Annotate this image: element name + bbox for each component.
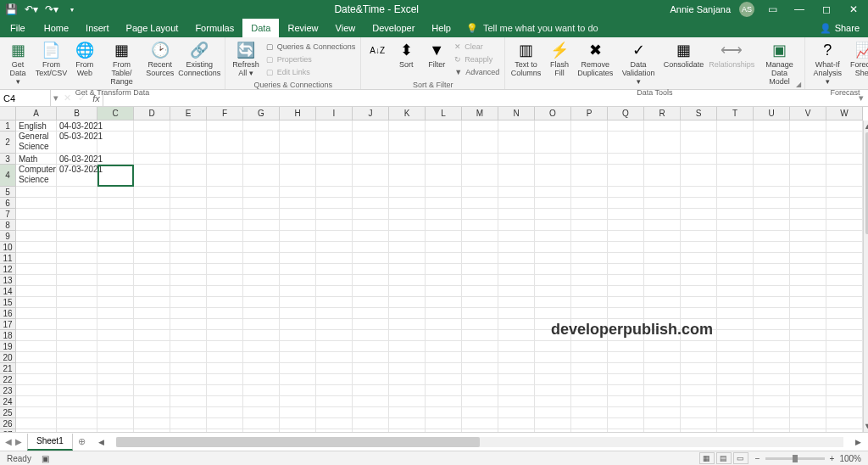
cell-O27[interactable]	[535, 429, 571, 432]
cell-G27[interactable]	[243, 429, 280, 432]
cell-U22[interactable]	[754, 374, 790, 385]
cell-D23[interactable]	[134, 385, 170, 396]
tab-view[interactable]: View	[327, 19, 364, 37]
cell-O13[interactable]	[535, 275, 571, 286]
cell-K16[interactable]	[389, 308, 426, 319]
cell-A13[interactable]	[16, 275, 57, 286]
cell-J1[interactable]	[353, 120, 389, 132]
cell-H19[interactable]	[280, 341, 316, 352]
cell-M20[interactable]	[462, 352, 498, 363]
cell-S16[interactable]	[681, 308, 717, 319]
cell-R23[interactable]	[644, 385, 681, 396]
cell-K10[interactable]	[389, 242, 426, 253]
cell-V12[interactable]	[790, 264, 826, 275]
refresh-all-button[interactable]: 🔄Refresh All ▾	[229, 39, 263, 79]
cell-W5[interactable]	[826, 187, 863, 198]
cell-B14[interactable]	[57, 286, 97, 297]
cell-B8[interactable]	[57, 220, 97, 231]
cell-C6[interactable]	[97, 198, 134, 209]
cell-C20[interactable]	[97, 352, 134, 363]
cell-I14[interactable]	[316, 286, 353, 297]
cell-T2[interactable]	[717, 132, 754, 154]
scroll-up-icon[interactable]: ▲	[864, 120, 868, 132]
cell-N27[interactable]	[498, 429, 535, 432]
cell-I1[interactable]	[316, 120, 353, 132]
cell-N20[interactable]	[498, 352, 535, 363]
row-header[interactable]: 16	[0, 308, 16, 319]
row-header[interactable]: 25	[0, 407, 16, 418]
cell-J5[interactable]	[353, 187, 389, 198]
cell-A1[interactable]: English	[16, 120, 57, 132]
cell-I17[interactable]	[316, 319, 353, 330]
cell-C4[interactable]	[97, 165, 134, 187]
flash-fill-button[interactable]: ⚡Flash Fill	[545, 39, 574, 79]
cell-J7[interactable]	[353, 209, 389, 220]
cell-E10[interactable]	[170, 242, 207, 253]
cell-M11[interactable]	[462, 253, 498, 264]
cell-C16[interactable]	[97, 308, 134, 319]
cell-O1[interactable]	[535, 120, 571, 132]
cell-D11[interactable]	[134, 253, 170, 264]
cell-E13[interactable]	[170, 275, 207, 286]
get-data-button[interactable]: ▦Get Data ▾	[3, 39, 32, 87]
col-header-E[interactable]: E	[170, 107, 207, 120]
row-header[interactable]: 23	[0, 385, 16, 396]
cell-Q4[interactable]	[608, 165, 644, 187]
cell-K11[interactable]	[389, 253, 426, 264]
cell-T12[interactable]	[717, 264, 754, 275]
cell-G6[interactable]	[243, 198, 280, 209]
cell-S22[interactable]	[681, 374, 717, 385]
cell-O23[interactable]	[535, 385, 571, 396]
cell-F15[interactable]	[207, 297, 243, 308]
cell-Q1[interactable]	[608, 120, 644, 132]
row-header[interactable]: 3	[0, 154, 16, 165]
cell-K22[interactable]	[389, 374, 426, 385]
queries-connections-button[interactable]: ▢ Queries & Connections	[266, 41, 356, 53]
cell-H17[interactable]	[280, 319, 316, 330]
cell-J12[interactable]	[353, 264, 389, 275]
cell-R19[interactable]	[644, 341, 681, 352]
row-header[interactable]: 24	[0, 396, 16, 407]
cell-J27[interactable]	[353, 429, 389, 432]
cell-E22[interactable]	[170, 374, 207, 385]
cell-U23[interactable]	[754, 385, 790, 396]
cell-A2[interactable]: General Science	[16, 132, 57, 154]
col-header-N[interactable]: N	[498, 107, 535, 120]
cell-N3[interactable]	[498, 154, 535, 165]
cell-C21[interactable]	[97, 363, 134, 374]
col-header-S[interactable]: S	[681, 107, 717, 120]
cell-U3[interactable]	[754, 154, 790, 165]
cell-M27[interactable]	[462, 429, 498, 432]
cell-A25[interactable]	[16, 407, 57, 418]
cell-B22[interactable]	[57, 374, 97, 385]
cell-U18[interactable]	[754, 330, 790, 341]
cell-I20[interactable]	[316, 352, 353, 363]
cell-T24[interactable]	[717, 396, 754, 407]
cell-C9[interactable]	[97, 231, 134, 242]
cell-R13[interactable]	[644, 275, 681, 286]
cell-L12[interactable]	[426, 264, 462, 275]
cell-G16[interactable]	[243, 308, 280, 319]
remove-duplicates-button[interactable]: ✖Remove Duplicates	[576, 39, 615, 79]
cell-C3[interactable]	[97, 154, 134, 165]
cell-J19[interactable]	[353, 341, 389, 352]
cell-R6[interactable]	[644, 198, 681, 209]
cell-V26[interactable]	[790, 418, 826, 429]
cell-U4[interactable]	[754, 165, 790, 187]
cell-F14[interactable]	[207, 286, 243, 297]
cell-E5[interactable]	[170, 187, 207, 198]
cell-U26[interactable]	[754, 418, 790, 429]
cell-A11[interactable]	[16, 253, 57, 264]
row-header[interactable]: 22	[0, 374, 16, 385]
tab-help[interactable]: Help	[423, 19, 459, 37]
cell-I27[interactable]	[316, 429, 353, 432]
cell-T25[interactable]	[717, 407, 754, 418]
cell-A22[interactable]	[16, 374, 57, 385]
cell-W2[interactable]	[826, 132, 863, 154]
cell-C5[interactable]	[97, 187, 134, 198]
cell-U2[interactable]	[754, 132, 790, 154]
cell-S15[interactable]	[681, 297, 717, 308]
cell-J17[interactable]	[353, 319, 389, 330]
cell-E19[interactable]	[170, 341, 207, 352]
cell-C13[interactable]	[97, 275, 134, 286]
